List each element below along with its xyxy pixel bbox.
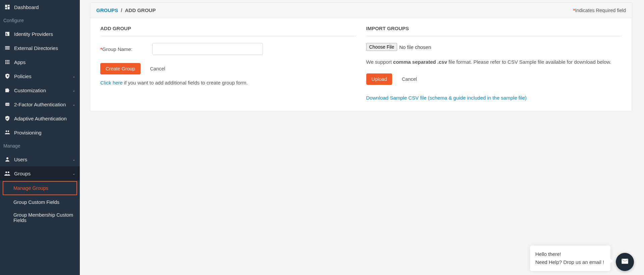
chat-popup: Hello there! Need Help? Drop us an email… [530, 245, 610, 271]
hint-rest: if you want to add additional fields to … [123, 80, 248, 86]
required-text: Indicates Required field [575, 8, 626, 13]
card-body: ADD GROUP *Group Name: Create Group Canc… [90, 18, 632, 111]
sidebar-sub-group-custom-fields[interactable]: Group Custom Fields [0, 196, 80, 209]
person-icon [4, 156, 11, 163]
sidebar-item-external-directories[interactable]: External Directories [0, 41, 80, 55]
svg-text:123: 123 [6, 103, 9, 105]
import-groups-title: IMPORT GROUPS [366, 25, 622, 31]
add-group-buttons: Create Group Cancel [100, 63, 356, 74]
sidebar-item-identity-providers[interactable]: Identity Providers [0, 27, 80, 41]
sidebar-item-provisioning[interactable]: Provisioning [0, 125, 80, 140]
list-icon [4, 45, 11, 51]
chat-line-2: Need Help? Drop us an email ! [535, 258, 605, 266]
divider [100, 36, 356, 36]
upload-button[interactable]: Upload [366, 73, 392, 85]
support-pre: We support [366, 59, 393, 65]
sidebar-item-label: Apps [14, 59, 25, 65]
sidebar-item-label: Identity Providers [14, 31, 53, 37]
download-sample-link[interactable]: Download Sample CSV file (schema & guide… [366, 95, 527, 101]
card-header: GROUPS / ADD GROUP *Indicates Required f… [90, 3, 632, 18]
choose-file-button[interactable]: Choose File [366, 43, 397, 51]
click-here-link[interactable]: Click here [100, 80, 123, 86]
sidebar-item-label: External Directories [14, 45, 58, 51]
main-content: GROUPS / ADD GROUP *Indicates Required f… [80, 0, 644, 275]
breadcrumb-separator: / [121, 7, 122, 13]
chevron-down-icon: ⌄ [72, 158, 75, 161]
puzzle-icon [4, 87, 11, 94]
required-indicator: *Indicates Required field [573, 8, 626, 13]
chevron-down-icon: ⌄ [72, 103, 75, 106]
sidebar-section-configure: Configure [0, 14, 80, 27]
people-icon [4, 129, 11, 136]
breadcrumb: GROUPS / ADD GROUP [96, 7, 156, 13]
chevron-down-icon: ⌄ [72, 172, 75, 175]
divider [366, 36, 622, 36]
add-group-title: ADD GROUP [100, 25, 356, 31]
shield-search-icon [4, 73, 11, 79]
content-card: GROUPS / ADD GROUP *Indicates Required f… [90, 2, 632, 111]
group-icon [4, 170, 11, 177]
sidebar-item-policies[interactable]: Policies ⌄ [0, 69, 80, 83]
file-status-text: No file chosen [399, 44, 431, 50]
add-fields-hint: Click here if you want to add additional… [100, 80, 356, 86]
sidebar-item-label: Groups [14, 171, 31, 176]
shield-check-icon [4, 115, 11, 122]
sidebar-sub-group-membership-custom-fields[interactable]: Group Membership Custom Fields [0, 209, 80, 227]
sidebar-item-label: Customization [14, 88, 46, 93]
support-post: file format. Please refer to CSV Sample … [447, 59, 611, 65]
sidebar-item-apps[interactable]: Apps [0, 55, 80, 69]
chat-fab-button[interactable] [616, 253, 634, 271]
sidebar-item-label: Adaptive Authentication [14, 116, 67, 121]
sidebar: Dashboard Configure Identity Providers E… [0, 0, 80, 275]
chat-line-1: Hello there! [535, 250, 605, 258]
group-name-row: *Group Name: [100, 43, 356, 55]
sidebar-sub-manage-groups[interactable]: Manage Groups [3, 181, 77, 195]
import-buttons: Upload Cancel [366, 73, 622, 85]
cancel-button[interactable]: Cancel [145, 63, 170, 74]
sidebar-item-label: 2-Factor Authentication [14, 102, 66, 107]
label-text: Group Name: [102, 46, 132, 52]
support-bold: comma separated .csv [393, 59, 447, 65]
sidebar-item-dashboard[interactable]: Dashboard [0, 0, 80, 14]
csv-support-text: We support comma separated .csv file for… [366, 58, 622, 66]
mail-icon [621, 257, 629, 267]
cancel-button[interactable]: Cancel [396, 73, 422, 85]
group-name-input[interactable] [152, 43, 263, 55]
group-name-label: *Group Name: [100, 46, 152, 52]
dashboard-icon [4, 4, 11, 10]
sidebar-item-adaptive-auth[interactable]: Adaptive Authentication [0, 111, 80, 125]
sidebar-item-label: Users [14, 157, 27, 162]
sidebar-item-label: Policies [14, 73, 32, 79]
sidebar-item-users[interactable]: Users ⌄ [0, 152, 80, 166]
import-groups-column: IMPORT GROUPS Choose File No file chosen… [366, 25, 622, 101]
chevron-down-icon: ⌄ [72, 74, 75, 78]
sidebar-item-label: Provisioning [14, 130, 42, 135]
id-card-icon [4, 31, 11, 37]
sidebar-item-customization[interactable]: Customization ⌄ [0, 83, 80, 97]
sidebar-section-manage: Manage [0, 140, 80, 152]
breadcrumb-current: ADD GROUP [125, 7, 156, 13]
create-group-button[interactable]: Create Group [100, 63, 141, 74]
apps-grid-icon [4, 59, 11, 65]
sidebar-item-groups[interactable]: Groups ⌄ [0, 166, 80, 180]
breadcrumb-link-groups[interactable]: GROUPS [96, 7, 118, 13]
add-group-column: ADD GROUP *Group Name: Create Group Canc… [100, 25, 356, 101]
file-input-row: Choose File No file chosen [366, 43, 622, 51]
keypad-icon: 123 [4, 101, 11, 108]
chevron-down-icon: ⌄ [72, 89, 75, 92]
sidebar-item-label: Dashboard [14, 4, 39, 10]
sidebar-item-2fa[interactable]: 123 2-Factor Authentication ⌄ [0, 97, 80, 111]
